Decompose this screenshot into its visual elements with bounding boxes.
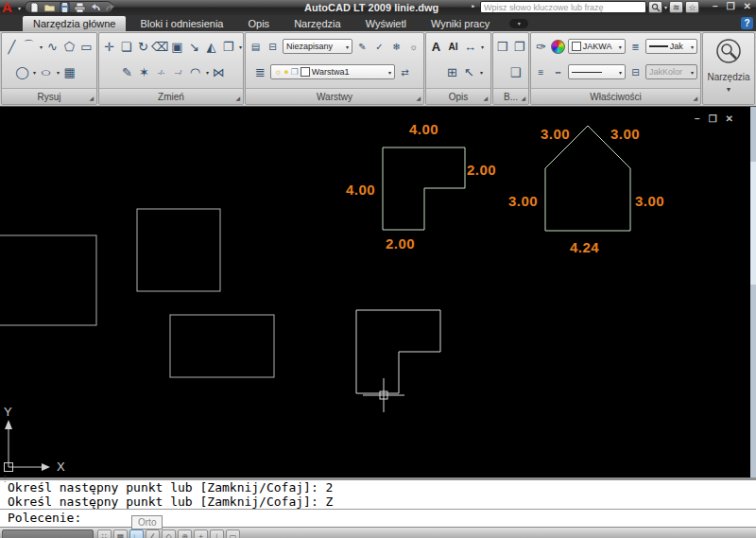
leader-button[interactable]: ↖	[462, 63, 476, 81]
model-button[interactable]: ▭	[226, 529, 240, 538]
layer-color-swatch[interactable]	[301, 67, 310, 77]
combo-caret-icon[interactable]: ▾	[691, 43, 694, 50]
rectangle-button[interactable]: ▭	[79, 38, 94, 56]
tab-opis[interactable]: Opis	[238, 16, 281, 31]
tab-bloki-i-odniesienia[interactable]: Bloki i odniesienia	[129, 16, 233, 31]
autocad-logo-icon[interactable]: A	[2, 0, 19, 15]
extend-button[interactable]: --/	[171, 63, 185, 81]
osnap-button[interactable]: ◇	[162, 529, 176, 538]
command-splitter-grip[interactable]: ⋮	[1, 477, 5, 491]
line-button[interactable]: ╱	[5, 38, 19, 56]
trim-button[interactable]: -/-	[154, 63, 168, 81]
panel-label-rysuj[interactable]: Rysuj ◢	[2, 88, 96, 104]
color-wheel-icon[interactable]	[551, 40, 565, 54]
table-button[interactable]: ⊞	[445, 63, 459, 81]
explode-button[interactable]: ✶	[137, 63, 151, 81]
otrack-button[interactable]: ⊕	[178, 529, 192, 538]
tools-expand-icon[interactable]: ▼	[726, 86, 732, 93]
panel-label-zmien[interactable]: Zmień ◢	[99, 88, 243, 104]
polygon-button[interactable]: ⬠	[62, 38, 77, 56]
array-dropdown-icon[interactable]: ▾	[239, 43, 242, 50]
save-button[interactable]	[60, 2, 70, 13]
dimension-button[interactable]: ↔	[463, 38, 477, 56]
dialog-launcher-icon[interactable]: ◢	[483, 95, 488, 101]
circle-button[interactable]: ◯	[15, 63, 29, 81]
tools-zoom-icon[interactable]	[714, 37, 743, 69]
mtext-button[interactable]: A	[429, 38, 443, 56]
plot-style-icon[interactable]: ⊟	[628, 63, 643, 81]
linetype-combo[interactable]: ▾	[568, 64, 626, 79]
layer-freeze-button[interactable]: ❄	[389, 38, 404, 56]
drawing-area[interactable]: 4.00 2.00 4.00 2.00 3.00 3.00 3.00 3.00 …	[0, 107, 756, 477]
lwt-button[interactable]: ⊥	[210, 529, 224, 538]
plot-style-combo[interactable]: JakKolor ▾	[645, 64, 697, 79]
linetype-manager-button[interactable]: ≡	[534, 63, 548, 81]
polyline-button[interactable]: ∿	[45, 38, 60, 56]
vertical-scrollbar[interactable]	[750, 107, 756, 477]
layer-combo[interactable]: ☼ ● ❐ Warstwa1 ▾	[270, 64, 395, 79]
close-button[interactable]: ✕	[744, 1, 751, 11]
layer-properties-button[interactable]: ▤	[249, 38, 263, 56]
ortho-button[interactable]: ∟	[129, 529, 144, 538]
panel-label-blok[interactable]: B... ◢	[493, 88, 528, 104]
snap-button[interactable]: ∷	[97, 529, 112, 538]
erase-button[interactable]: ⌫	[153, 38, 167, 56]
polar-button[interactable]: ∠	[146, 529, 160, 538]
create-block-button[interactable]: ❐	[512, 38, 526, 56]
dialog-launcher-icon[interactable]: ◢	[235, 95, 240, 101]
fillet-dropdown-icon[interactable]: ▾	[206, 69, 209, 76]
help-button[interactable]: ?	[741, 17, 753, 29]
layer-unisolate-button[interactable]: ✓	[372, 38, 387, 56]
search-input[interactable]	[480, 1, 646, 13]
open-button[interactable]	[43, 2, 56, 13]
tab-wyniki-pracy[interactable]: Wyniki pracy	[421, 16, 500, 31]
dialog-launcher-icon[interactable]: ◢	[521, 95, 525, 101]
new-button[interactable]	[29, 2, 40, 13]
mirror-button[interactable]: ◭	[204, 38, 218, 56]
restore-button[interactable]: ❐	[727, 1, 735, 11]
grid-button[interactable]: ▦	[113, 529, 128, 538]
tab-narzedzia-glowne[interactable]: Narzędzia główne	[23, 16, 126, 31]
doc-close-button[interactable]: ✕	[726, 113, 733, 124]
undo-button[interactable]	[90, 2, 101, 13]
insert-block-button[interactable]: ❒	[495, 38, 509, 56]
search-button[interactable]	[648, 1, 662, 13]
layer-plot-icon[interactable]: ❐	[291, 67, 299, 77]
object-color-combo[interactable]: JAKWA ▾	[568, 39, 626, 54]
hatch-button[interactable]: ▦	[62, 63, 77, 81]
search-dropdown-icon[interactable]: ▾	[664, 4, 667, 10]
arc-dropdown-icon[interactable]: ▾	[40, 43, 43, 50]
scale-button[interactable]: ▣	[170, 38, 184, 56]
scrollbar-thumb[interactable]	[750, 162, 756, 285]
join-button[interactable]: ⋈	[212, 63, 226, 81]
leader-dropdown-icon[interactable]: ▾	[480, 69, 483, 76]
dimension-dropdown-icon[interactable]: ▾	[481, 43, 484, 50]
layer-isolate-button[interactable]: ✎	[355, 38, 369, 56]
communication-center-button[interactable]: ≋	[669, 1, 683, 13]
lineweight-combo[interactable]: Jak ▾	[645, 39, 697, 54]
array-button[interactable]: ❐	[221, 38, 235, 56]
layer-filter-combo[interactable]: Niezapisany ▾	[283, 39, 352, 54]
stretch-button[interactable]: ↘	[187, 38, 201, 56]
rotate-button[interactable]: ↻	[136, 38, 150, 56]
move-button[interactable]: ✛	[102, 38, 116, 56]
panel-label-opis[interactable]: Opis ◢	[426, 88, 490, 104]
plot-button[interactable]	[74, 2, 86, 13]
logo-dropdown-icon[interactable]: ▾	[18, 5, 21, 11]
tab-wyswietl[interactable]: Wyświetl	[355, 16, 417, 31]
command-window[interactable]: ⋮ Określ następny punkt lub [Zamknij/Cof…	[0, 477, 756, 527]
favorites-button[interactable]: ☆	[685, 1, 699, 13]
tab-narzedzia[interactable]: Narzędzia	[284, 16, 352, 31]
layer-off-button[interactable]: ☼	[406, 38, 421, 56]
layers-button[interactable]: ≣	[253, 63, 267, 81]
match-properties-button[interactable]: ✎	[120, 63, 134, 81]
dialog-launcher-icon[interactable]: ◢	[89, 95, 94, 101]
command-prompt[interactable]: Polecenie:	[0, 509, 756, 527]
redo-button[interactable]	[105, 2, 116, 13]
dialog-launcher-icon[interactable]: ◢	[693, 95, 697, 101]
arc-button[interactable]: ⌒	[22, 38, 36, 56]
panel-label-warstwy[interactable]: Warstwy ◢	[246, 88, 423, 104]
combo-caret-icon[interactable]: ▾	[619, 43, 622, 50]
ellipse-button[interactable]: ○	[35, 63, 58, 81]
minimize-button[interactable]: –	[713, 1, 718, 11]
